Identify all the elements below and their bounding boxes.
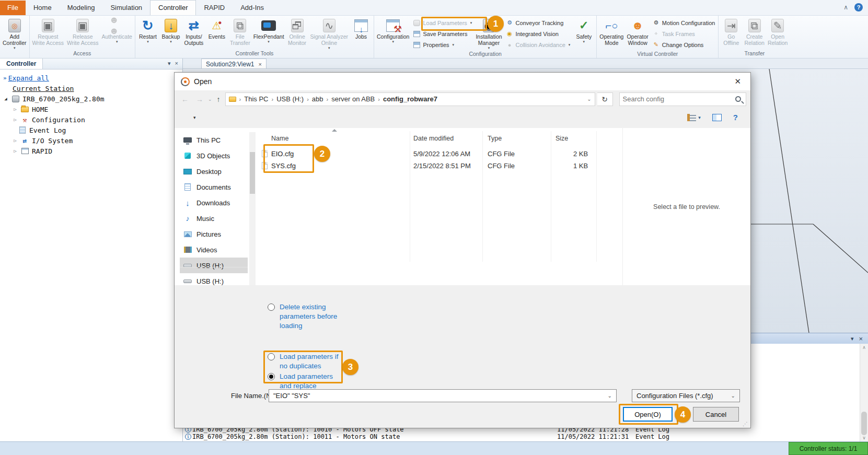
breadcrumb-config-robware7[interactable]: config_robware7 — [383, 95, 437, 103]
dialog-help-icon[interactable]: ? — [733, 113, 738, 122]
collision-avoidance-button[interactable]: ● Collision Avoidance▾ — [506, 40, 571, 49]
search-icon[interactable] — [735, 96, 741, 102]
expander-icon[interactable]: ▷ — [13, 138, 18, 143]
tree-item-io-system[interactable]: ▷ ⇄ I/O System — [3, 135, 182, 146]
breadcrumb-server-on-abb[interactable]: server on ABB — [331, 95, 375, 103]
controller-panel-tab[interactable]: Controller — [0, 59, 43, 69]
tree-item-controller[interactable]: ◢ IRB_6700_205kg_2.80m — [3, 94, 182, 104]
sidebar-item-desktop[interactable]: Desktop — [180, 164, 248, 179]
search-input[interactable] — [623, 95, 735, 103]
go-offline-button[interactable]: ⇥ Go Offline — [720, 17, 743, 50]
event-log-row[interactable]: i IRB_6700_205kg_2.80m (Station): 10011 … — [185, 433, 859, 440]
authenticate-button[interactable]: ☻☻ Authenticate▾ — [100, 17, 134, 50]
output-scrollbar[interactable]: ∧ ∨ — [860, 344, 868, 441]
tab-controller[interactable]: Controller — [150, 0, 196, 15]
tab-rapid[interactable]: RAPID — [196, 1, 233, 15]
tab-file[interactable]: File — [0, 1, 26, 15]
inputs-outputs-button[interactable]: ⇄ Inputs/ Outputs — [182, 17, 205, 50]
panel-close-icon[interactable]: × — [859, 335, 863, 343]
radio-load-if-no-duplicates[interactable]: Load parameters if no duplicates — [268, 352, 339, 371]
tab-modeling[interactable]: Modeling — [60, 1, 103, 15]
release-write-access-button[interactable]: ▣ Release Write Access — [65, 17, 100, 50]
radio-button-icon[interactable] — [268, 304, 275, 311]
jobs-button[interactable]: ↓ Jobs — [350, 17, 373, 50]
preview-pane-icon[interactable] — [712, 114, 722, 121]
backup-button[interactable]: ↓ Backup▾ — [159, 17, 182, 50]
breadcrumb-dropdown-icon[interactable]: ⌄ — [587, 96, 591, 102]
up-icon[interactable]: ↑ — [214, 95, 223, 103]
file-transfer-button[interactable]: ⧉ File Transfer — [228, 17, 252, 50]
sort-ascending-icon[interactable] — [332, 129, 337, 132]
sidebar-item-music[interactable]: ♪Music — [180, 211, 248, 226]
radio-button-icon[interactable] — [268, 373, 275, 380]
resize-grip[interactable]: ⋰ — [743, 421, 748, 427]
expander-icon[interactable]: ▷ — [13, 117, 18, 122]
create-relation-button[interactable]: ⧉ Create Relation — [743, 17, 766, 50]
events-button[interactable]: ⚠● Events — [205, 17, 228, 50]
restart-button[interactable]: ↻ Restart▾ — [136, 17, 159, 50]
minimize-ribbon-icon[interactable]: ∧ — [843, 4, 848, 11]
refresh-button[interactable]: ↻ — [597, 92, 613, 106]
motion-configuration-button[interactable]: ⚙ Motion Configuration — [652, 18, 715, 27]
sidebar-scrollbar[interactable] — [249, 132, 256, 285]
current-station-link[interactable]: Current Station — [13, 85, 74, 92]
panel-close-icon[interactable]: × — [175, 60, 178, 69]
expander-icon[interactable]: ▷ — [13, 107, 18, 112]
column-header-date-modified[interactable]: Date modified — [413, 132, 454, 145]
radio-button-icon[interactable] — [268, 353, 275, 360]
scroll-up-icon[interactable]: ∧ — [862, 345, 866, 350]
view-mode-button[interactable]: ▾ — [687, 114, 701, 121]
file-row-eio[interactable]: EIO.cfg — [262, 148, 294, 159]
breadcrumb-abb[interactable]: abb — [312, 95, 323, 103]
scrollbar-thumb[interactable] — [250, 152, 255, 194]
change-options-button[interactable]: ✎ Change Options — [652, 40, 715, 49]
sidebar-item-pictures[interactable]: Pictures — [180, 226, 248, 242]
chevron-down-icon[interactable]: ⌄ — [608, 393, 612, 399]
search-box[interactable] — [619, 92, 746, 106]
online-monitor-button[interactable]: 🗗 Online Monitor — [286, 17, 309, 50]
help-icon[interactable]: ? — [854, 3, 863, 11]
properties-button[interactable]: Properties▾ — [413, 40, 472, 49]
sidebar-item-usb-h-2[interactable]: USB (H:) — [180, 273, 248, 285]
file-type-select[interactable]: Configuration Files (*.cfg) ⌄ — [632, 389, 740, 402]
safety-button[interactable]: ✓ Safety▾ — [572, 17, 595, 51]
task-frames-button[interactable]: ⌖ Task Frames — [652, 29, 715, 38]
flexpendant-button[interactable]: FlexPendant▾ — [252, 17, 286, 50]
request-write-access-button[interactable]: ▣ Request Write Access — [31, 17, 66, 50]
tree-item-event-log[interactable]: Event Log — [3, 125, 182, 135]
column-header-size[interactable]: Size — [555, 132, 568, 145]
save-parameters-button[interactable]: Save Parameters — [413, 29, 472, 38]
cancel-button[interactable]: Cancel — [693, 407, 739, 422]
back-icon[interactable]: ← — [179, 95, 191, 103]
panel-collapse-icon[interactable]: ▾ — [851, 335, 854, 342]
open-button[interactable]: Open(O) — [623, 407, 673, 422]
signal-analyzer-online-button[interactable]: ∿ Signal Analyzer Online▾ — [309, 17, 350, 50]
sidebar-item-3d-objects[interactable]: 3D Objects — [180, 148, 248, 164]
expander-icon[interactable]: ▷ — [13, 148, 18, 154]
tree-item-home[interactable]: ▷ HOME — [3, 104, 182, 114]
radio-delete-existing[interactable]: Delete existing parameters before loadin… — [268, 302, 337, 331]
breadcrumb[interactable]: ›This PC ›USB (H:) ›abb ›server on ABB ›… — [225, 92, 595, 106]
integrated-vision-button[interactable]: ◉ Integrated Vision — [506, 29, 571, 38]
column-header-name[interactable]: Name — [271, 132, 288, 145]
panel-pin-icon[interactable]: ▾ — [168, 60, 171, 69]
sidebar-item-downloads[interactable]: ↓Downloads — [180, 195, 248, 211]
organize-dropdown-icon[interactable]: ▾ — [193, 115, 196, 120]
dialog-close-icon[interactable]: ✕ — [731, 77, 744, 86]
document-tab-solution29[interactable]: Solution29:View1 × — [201, 59, 267, 68]
file-name-combo[interactable]: ⌄ — [269, 389, 617, 402]
add-controller-button[interactable]: ◎ Add Controller▾ — [1, 17, 28, 50]
breadcrumb-this-pc[interactable]: This PC — [244, 95, 268, 103]
close-tab-icon[interactable]: × — [259, 61, 262, 67]
load-parameters-button[interactable]: Load Parameters▾ — [413, 18, 472, 27]
expander-icon[interactable]: ◢ — [3, 96, 8, 101]
tab-home[interactable]: Home — [26, 1, 60, 15]
sidebar-item-usb-h[interactable]: USB (H:) — [180, 258, 248, 273]
sidebar-item-this-pc[interactable]: This PC — [180, 132, 248, 148]
configuration-button[interactable]: ⚒ Configuration▾ — [375, 17, 411, 51]
tree-item-rapid[interactable]: ▷ RAPID — [3, 146, 182, 156]
file-name-input[interactable] — [273, 392, 608, 400]
tree-item-configuration[interactable]: ▷ ⚒ Configuration — [3, 114, 182, 125]
open-relation-button[interactable]: ✎ Open Relation — [766, 17, 790, 50]
sidebar-item-documents[interactable]: Documents — [180, 179, 248, 195]
